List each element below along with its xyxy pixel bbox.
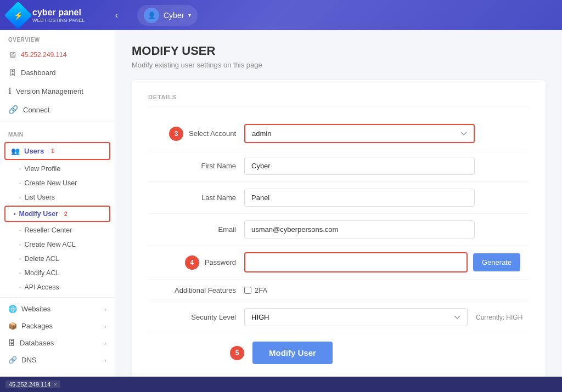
sidebar-item-ip[interactable]: 🖥 45.252.249.114 (0, 46, 115, 64)
sidebar-item-databases[interactable]: 🗄 Databases › (0, 334, 115, 351)
chevron-right-icon2: › (104, 323, 106, 329)
logo-icon: ⚡ (4, 1, 32, 29)
first-name-row: First Name (148, 150, 529, 182)
sidebar-item-connect[interactable]: 🔗 Connect (0, 100, 115, 119)
sidebar-sub-reseller[interactable]: Reseller Center (0, 223, 115, 237)
sidebar-sub-create-user[interactable]: Create New User (0, 176, 115, 190)
step4-badge: 4 (185, 255, 199, 270)
modify-user-badge: 2 (64, 211, 68, 217)
additional-features-label: Additional Features (148, 286, 236, 294)
email-input[interactable] (244, 220, 475, 238)
top-header: ⚡ cyber panel WEB HOSTING PANEL ‹ 👤 Cybe… (0, 0, 562, 30)
first-name-label: First Name (148, 162, 236, 170)
sidebar-item-dashboard[interactable]: 🎛 Dashboard (0, 64, 115, 82)
section-title: DETAILS (148, 94, 529, 106)
packages-icon: 📦 (8, 322, 17, 330)
additional-features-row: Additional Features 2FA (148, 280, 529, 302)
bottom-ip-tag: 45.252.249.114 × (5, 380, 60, 388)
users-group[interactable]: 👥 Users 1 (4, 142, 110, 160)
select-account-dropdown[interactable]: admin user1 user2 (244, 124, 475, 143)
page-title: MODIFY USER (132, 44, 546, 58)
user-menu[interactable]: 👤 Cyber ▾ (137, 5, 198, 26)
step5-badge: 5 (230, 346, 244, 360)
password-input[interactable] (246, 254, 465, 270)
users-label: Users (24, 147, 44, 155)
sidebar: OVERVIEW 🖥 45.252.249.114 🎛 Dashboard ℹ … (0, 30, 115, 377)
sidebar-toggle-button[interactable]: ‹ (115, 10, 118, 20)
last-name-label: Last Name (148, 194, 236, 202)
twofa-checkbox[interactable] (244, 287, 251, 294)
last-name-input[interactable] (244, 189, 475, 207)
connect-label: Connect (23, 106, 49, 114)
chevron-right-icon: › (104, 306, 106, 313)
dns-label: DNS (21, 356, 36, 364)
user-name: Cyber (164, 11, 184, 20)
select-account-label: 3 Select Account (148, 127, 236, 141)
packages-label: Packages (21, 322, 53, 330)
password-row: 4 Password Generate (148, 246, 529, 280)
monitor-icon: 🖥 (8, 50, 16, 59)
sidebar-item-version[interactable]: ℹ Version Management (0, 82, 115, 100)
sidebar-item-dns[interactable]: 🔗 DNS › (0, 351, 115, 368)
modify-btn-row: 5 Modify User (148, 333, 529, 364)
sidebar-item-packages[interactable]: 📦 Packages › (0, 317, 115, 334)
currently-label: Currently: HIGH (476, 314, 522, 321)
close-icon[interactable]: × (53, 381, 57, 388)
sidebar-sub-list-users[interactable]: List Users (0, 190, 115, 204)
chevron-right-icon4: › (104, 357, 106, 363)
password-label: 4 Password (148, 255, 236, 270)
sidebar-sub-view-profile[interactable]: View Profile (0, 162, 115, 176)
generate-button[interactable]: Generate (473, 253, 520, 271)
dns-icon: 🔗 (8, 356, 17, 364)
select-account-row: 3 Select Account admin user1 user2 (148, 117, 529, 150)
security-level-dropdown[interactable]: HIGH MEDIUM LOW (244, 308, 468, 326)
databases-label: Databases (20, 339, 54, 347)
step3-badge: 3 (169, 127, 183, 141)
chevron-down-icon: ▾ (188, 12, 191, 18)
bottom-bar: 45.252.249.114 × (0, 377, 562, 392)
main-layout: OVERVIEW 🖥 45.252.249.114 🎛 Dashboard ℹ … (0, 30, 562, 377)
header-right: 👤 Cyber ▾ (126, 5, 554, 26)
users-icon: 👥 (11, 147, 20, 155)
email-label: Email (148, 225, 236, 234)
content-area: MODIFY USER Modify existing user setting… (115, 30, 562, 377)
connect-icon: 🔗 (8, 105, 19, 115)
dashboard-icon: 🎛 (8, 68, 16, 77)
first-name-input[interactable] (244, 157, 475, 175)
security-level-label: Security Level (148, 313, 236, 321)
sidebar-sub-create-acl[interactable]: Create New ACL (0, 237, 115, 252)
sidebar-sub-modify-acl[interactable]: Modify ACL (0, 266, 115, 280)
modify-user-button[interactable]: Modify User (252, 342, 333, 364)
sidebar-sub-modify-user[interactable]: Modify User 2 (4, 206, 110, 222)
logo-area: ⚡ cyber panel WEB HOSTING PANEL ‹ (8, 5, 118, 25)
main-section-label: MAIN (0, 125, 115, 140)
details-card: DETAILS 3 Select Account admin user1 use… (132, 80, 546, 377)
dashboard-label: Dashboard (21, 69, 56, 77)
databases-icon: 🗄 (8, 339, 15, 347)
brand-name: cyber panel (32, 8, 85, 18)
page-subtitle: Modify existing user settings on this pa… (132, 61, 546, 69)
twofa-label[interactable]: 2FA (244, 286, 267, 294)
users-badge: 1 (51, 148, 54, 154)
sidebar-item-websites[interactable]: 🌐 Websites › (0, 300, 115, 317)
security-level-row: Security Level HIGH MEDIUM LOW Currently… (148, 302, 529, 333)
sidebar-sub-delete-acl[interactable]: Delete ACL (0, 252, 115, 266)
sidebar-sub-api-access[interactable]: API Access (0, 280, 115, 294)
brand-sub: WEB HOSTING PANEL (32, 18, 85, 23)
websites-icon: 🌐 (8, 305, 17, 313)
avatar: 👤 (144, 8, 159, 23)
email-row: Email (148, 214, 529, 246)
info-icon: ℹ (8, 86, 12, 96)
last-name-row: Last Name (148, 182, 529, 214)
overview-section-label: OVERVIEW (0, 30, 115, 46)
bottom-ip: 45.252.249.114 (9, 381, 50, 388)
ip-display: 45.252.249.114 (21, 51, 66, 59)
websites-label: Websites (21, 305, 50, 313)
password-input-wrapper (244, 252, 468, 272)
version-label: Version Management (16, 87, 83, 95)
chevron-right-icon3: › (104, 340, 106, 346)
